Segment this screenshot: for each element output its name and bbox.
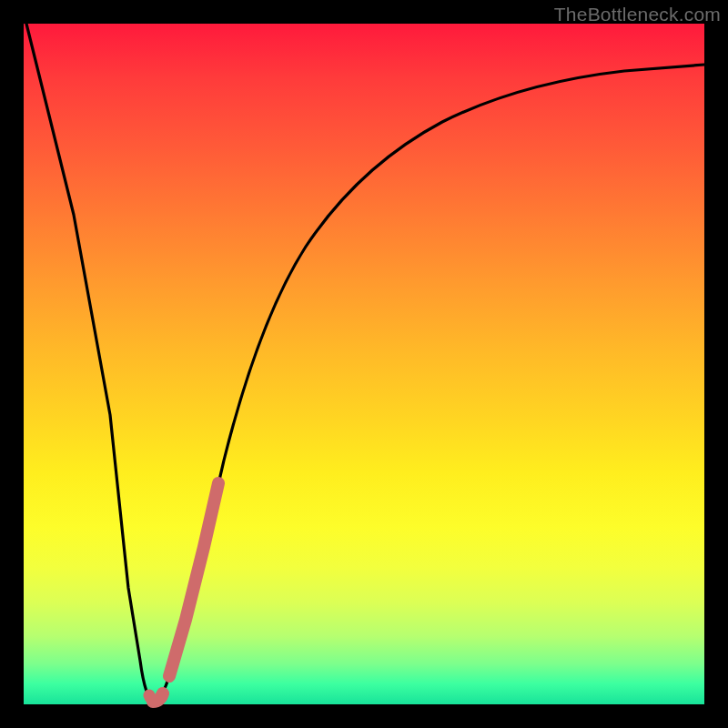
highlight-hook <box>149 695 162 701</box>
outer-frame: TheBottleneck.com <box>0 0 728 728</box>
highlight-segment <box>153 483 218 702</box>
plot-area <box>24 24 704 704</box>
curve-svg <box>24 24 704 704</box>
watermark-text: TheBottleneck.com <box>554 4 721 25</box>
bottleneck-curve <box>26 24 704 702</box>
